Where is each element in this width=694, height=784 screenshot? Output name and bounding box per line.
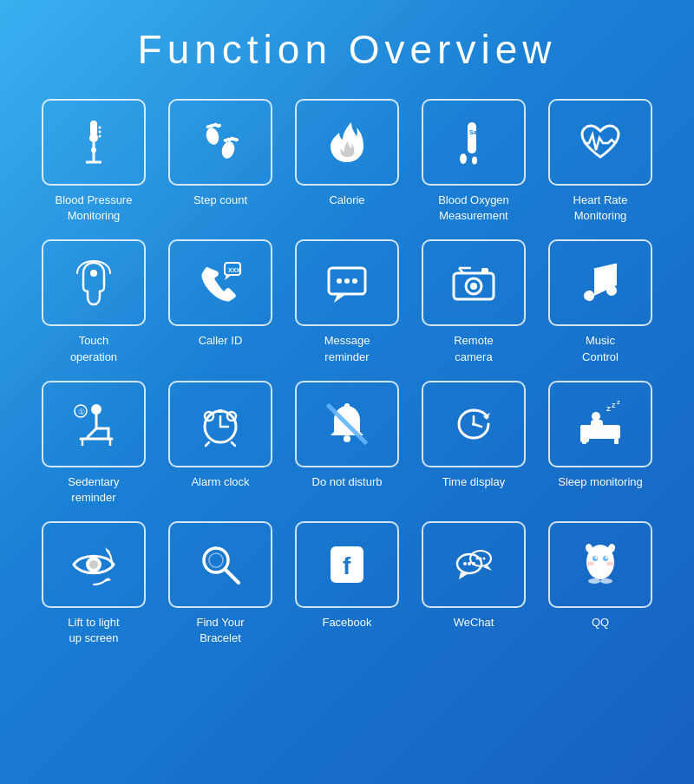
feature-blood-oxygen: SaO2 Blood OxygenMeasurement: [417, 99, 530, 224]
feature-step-count: Step count: [164, 99, 277, 224]
feature-dnd: Do not disturb: [291, 381, 403, 506]
svg-line-49: [232, 442, 235, 446]
feature-touch: Touchoperation: [37, 239, 150, 364]
caller-id-icon-box: XXX: [168, 239, 272, 326]
svg-rect-59: [591, 420, 603, 428]
blood-pressure-icon: [70, 119, 117, 166]
feature-grid: Blood PressureMonitoring: [37, 99, 657, 647]
feature-sleep: Z Z Z Sleep monitoring: [544, 381, 657, 506]
alarm-icon-box: [168, 381, 272, 467]
heart-rate-icon: [577, 119, 624, 166]
blood-pressure-label: Blood PressureMonitoring: [56, 193, 133, 224]
calorie-icon: [324, 119, 370, 166]
svg-point-31: [470, 283, 477, 290]
feature-message: Messagereminder: [291, 239, 403, 364]
alarm-icon: [197, 401, 244, 448]
svg-point-1: [89, 134, 98, 142]
feature-calorie: Calorie: [291, 99, 403, 224]
message-label: Messagereminder: [324, 333, 370, 364]
feature-sedentary: ① Sedentaryreminder: [37, 381, 150, 506]
svg-point-20: [460, 154, 467, 164]
svg-point-88: [587, 562, 594, 566]
svg-point-87: [606, 557, 608, 559]
music-icon: [577, 259, 624, 306]
heart-rate-icon-box: [548, 99, 652, 186]
dnd-icon-box: [295, 381, 399, 467]
qq-icon-box: [548, 521, 652, 608]
feature-qq: QQ: [544, 521, 657, 646]
svg-point-77: [468, 562, 471, 565]
find-icon: [197, 541, 244, 588]
svg-point-90: [588, 578, 600, 584]
svg-text:Z: Z: [617, 401, 620, 405]
touch-label: Touchoperation: [70, 333, 117, 364]
sedentary-label: Sedentaryreminder: [68, 474, 119, 506]
find-icon-box: [168, 521, 272, 608]
svg-rect-18: [468, 122, 476, 154]
svg-rect-47: [218, 409, 223, 413]
svg-point-26: [337, 278, 342, 284]
facebook-icon-box: f: [295, 521, 399, 608]
svg-point-82: [483, 558, 486, 560]
svg-rect-34: [481, 268, 488, 273]
touch-icon: [70, 259, 117, 306]
sleep-icon-box: Z Z Z: [548, 381, 652, 467]
svg-point-80: [476, 558, 479, 560]
svg-point-67: [89, 560, 98, 569]
feature-caller-id: XXX Caller ID: [164, 239, 277, 364]
svg-point-4: [91, 147, 96, 153]
time-icon: [450, 401, 497, 448]
svg-point-6: [99, 131, 101, 134]
facebook-label: Facebook: [322, 615, 371, 630]
svg-point-50: [344, 435, 350, 442]
music-icon-box: [548, 239, 652, 326]
wechat-icon-box: [422, 521, 526, 608]
heart-rate-label: Heart RateMonitoring: [573, 193, 628, 224]
sedentary-icon: ①: [70, 401, 117, 448]
svg-rect-65: [614, 439, 619, 444]
svg-point-5: [99, 135, 101, 138]
svg-rect-64: [582, 439, 586, 444]
feature-camera: Remotecamera: [417, 239, 530, 364]
svg-text:①: ①: [78, 408, 85, 416]
svg-point-22: [90, 270, 97, 277]
step-count-icon: [197, 119, 244, 166]
calorie-label: Calorie: [329, 193, 364, 208]
svg-text:Z: Z: [612, 402, 616, 408]
lift-icon-box: [42, 521, 146, 608]
blood-oxygen-icon: SaO2: [450, 119, 497, 166]
feature-facebook: f Facebook: [291, 521, 403, 646]
wechat-label: WeChat: [454, 615, 494, 630]
camera-icon-box: [422, 239, 526, 326]
feature-music: MusicControl: [544, 239, 657, 364]
touch-icon-box: [42, 239, 146, 326]
svg-line-71: [225, 569, 239, 583]
svg-line-48: [206, 442, 209, 446]
camera-icon: [450, 259, 497, 306]
svg-point-56: [472, 422, 475, 426]
svg-point-36: [91, 404, 101, 415]
caller-id-label: Caller ID: [199, 333, 243, 349]
dnd-label: Do not disturb: [312, 474, 383, 490]
message-icon-box: [295, 239, 399, 326]
svg-point-76: [463, 562, 467, 565]
svg-rect-51: [344, 403, 350, 408]
svg-point-21: [472, 157, 477, 165]
feature-lift: Lift to lightup screen: [37, 521, 150, 646]
message-icon: [324, 259, 370, 306]
svg-point-86: [595, 557, 598, 559]
camera-label: Remotecamera: [454, 333, 494, 364]
svg-point-28: [352, 278, 357, 284]
feature-blood-pressure: Blood PressureMonitoring: [37, 99, 150, 224]
page-container: Function Overview Blood PressureMonitori…: [0, 0, 694, 784]
music-label: MusicControl: [582, 333, 619, 364]
feature-find: Find YourBracelet: [164, 521, 277, 646]
step-count-icon-box: [168, 99, 272, 186]
svg-point-89: [606, 562, 613, 566]
sleep-icon: Z Z Z: [577, 401, 624, 448]
svg-text:Z: Z: [606, 405, 611, 413]
alarm-label: Alarm clock: [191, 474, 249, 490]
feature-alarm: Alarm clock: [164, 381, 277, 506]
sedentary-icon-box: ①: [42, 381, 146, 467]
blood-oxygen-icon-box: SaO2: [422, 99, 526, 186]
